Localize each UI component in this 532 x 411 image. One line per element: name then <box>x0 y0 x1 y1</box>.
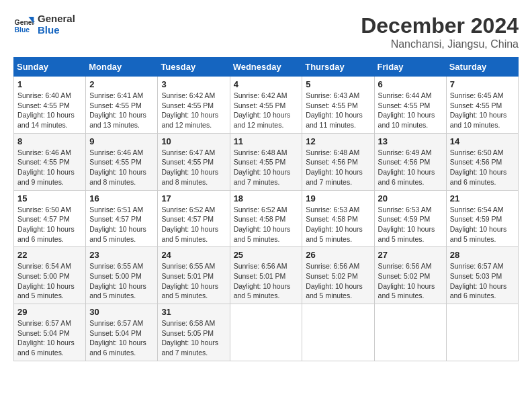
day-info: Sunrise: 6:57 AMSunset: 5:04 PMDaylight:… <box>17 318 82 358</box>
calendar-cell: 28Sunrise: 6:57 AMSunset: 5:03 PMDayligh… <box>446 247 518 304</box>
day-number: 4 <box>234 79 299 89</box>
calendar-cell: 1Sunrise: 6:40 AMSunset: 4:55 PMDaylight… <box>14 77 86 134</box>
day-info: Sunrise: 6:45 AMSunset: 4:55 PMDaylight:… <box>450 91 515 130</box>
day-info: Sunrise: 6:50 AMSunset: 4:57 PMDaylight:… <box>17 205 82 244</box>
day-info: Sunrise: 6:52 AMSunset: 4:57 PMDaylight:… <box>161 205 226 244</box>
logo-line2: Blue <box>38 25 75 36</box>
day-number: 21 <box>450 193 515 203</box>
day-number: 30 <box>89 307 154 317</box>
day-number: 17 <box>161 193 226 203</box>
day-number: 8 <box>17 136 82 146</box>
calendar-week-row: 15Sunrise: 6:50 AMSunset: 4:57 PMDayligh… <box>14 190 519 247</box>
calendar-cell: 12Sunrise: 6:48 AMSunset: 4:56 PMDayligh… <box>302 133 374 190</box>
day-info: Sunrise: 6:42 AMSunset: 4:55 PMDaylight:… <box>161 91 226 130</box>
day-number: 2 <box>89 79 154 89</box>
day-number: 31 <box>161 307 226 317</box>
day-number: 1 <box>17 79 82 89</box>
calendar-cell <box>374 304 446 361</box>
page-header: General Blue General Blue December 2024 … <box>13 13 519 50</box>
day-info: Sunrise: 6:48 AMSunset: 4:56 PMDaylight:… <box>306 148 370 187</box>
calendar-cell: 17Sunrise: 6:52 AMSunset: 4:57 PMDayligh… <box>158 190 230 247</box>
calendar-cell: 30Sunrise: 6:57 AMSunset: 5:04 PMDayligh… <box>86 304 158 361</box>
day-info: Sunrise: 6:55 AMSunset: 5:01 PMDaylight:… <box>161 261 226 301</box>
calendar-cell: 11Sunrise: 6:48 AMSunset: 4:55 PMDayligh… <box>230 133 302 190</box>
calendar-cell: 6Sunrise: 6:44 AMSunset: 4:55 PMDaylight… <box>374 77 446 134</box>
calendar-header-row: SundayMondayTuesdayWednesdayThursdayFrid… <box>14 58 519 77</box>
calendar-cell: 27Sunrise: 6:56 AMSunset: 5:02 PMDayligh… <box>374 247 446 304</box>
day-number: 5 <box>306 79 370 89</box>
day-number: 23 <box>89 250 154 260</box>
calendar-cell: 25Sunrise: 6:56 AMSunset: 5:01 PMDayligh… <box>230 247 302 304</box>
calendar-week-row: 8Sunrise: 6:46 AMSunset: 4:55 PMDaylight… <box>14 133 519 190</box>
calendar-cell: 29Sunrise: 6:57 AMSunset: 5:04 PMDayligh… <box>14 304 86 361</box>
day-header-monday: Monday <box>86 58 158 77</box>
calendar-cell: 24Sunrise: 6:55 AMSunset: 5:01 PMDayligh… <box>158 247 230 304</box>
svg-text:Blue: Blue <box>15 26 30 34</box>
day-number: 11 <box>234 136 299 146</box>
day-header-wednesday: Wednesday <box>230 58 302 77</box>
calendar-table: SundayMondayTuesdayWednesdayThursdayFrid… <box>13 57 519 361</box>
calendar-cell: 31Sunrise: 6:58 AMSunset: 5:05 PMDayligh… <box>158 304 230 361</box>
calendar-cell: 16Sunrise: 6:51 AMSunset: 4:57 PMDayligh… <box>86 190 158 247</box>
day-info: Sunrise: 6:43 AMSunset: 4:55 PMDaylight:… <box>306 91 370 130</box>
day-info: Sunrise: 6:47 AMSunset: 4:55 PMDaylight:… <box>161 148 226 187</box>
day-info: Sunrise: 6:56 AMSunset: 5:02 PMDaylight:… <box>306 261 370 301</box>
calendar-cell: 10Sunrise: 6:47 AMSunset: 4:55 PMDayligh… <box>158 133 230 190</box>
day-info: Sunrise: 6:52 AMSunset: 4:58 PMDaylight:… <box>234 205 299 244</box>
day-number: 6 <box>378 79 443 89</box>
location: Nanchansi, Jiangsu, China <box>361 38 519 50</box>
calendar-week-row: 22Sunrise: 6:54 AMSunset: 5:00 PMDayligh… <box>14 247 519 304</box>
day-number: 14 <box>450 136 515 146</box>
calendar-cell: 22Sunrise: 6:54 AMSunset: 5:00 PMDayligh… <box>14 247 86 304</box>
calendar-cell <box>230 304 302 361</box>
calendar-cell <box>446 304 518 361</box>
calendar-cell: 23Sunrise: 6:55 AMSunset: 5:00 PMDayligh… <box>86 247 158 304</box>
calendar-week-row: 1Sunrise: 6:40 AMSunset: 4:55 PMDaylight… <box>14 77 519 134</box>
calendar-week-row: 29Sunrise: 6:57 AMSunset: 5:04 PMDayligh… <box>14 304 519 361</box>
day-number: 16 <box>89 193 154 203</box>
calendar-cell: 21Sunrise: 6:54 AMSunset: 4:59 PMDayligh… <box>446 190 518 247</box>
day-number: 26 <box>306 250 370 260</box>
day-number: 10 <box>161 136 226 146</box>
calendar-cell: 9Sunrise: 6:46 AMSunset: 4:55 PMDaylight… <box>86 133 158 190</box>
day-number: 9 <box>89 136 154 146</box>
logo: General Blue General Blue <box>13 13 75 36</box>
day-number: 3 <box>161 79 226 89</box>
day-info: Sunrise: 6:40 AMSunset: 4:55 PMDaylight:… <box>17 91 82 130</box>
day-number: 25 <box>234 250 299 260</box>
day-number: 13 <box>378 136 443 146</box>
calendar-cell: 20Sunrise: 6:53 AMSunset: 4:59 PMDayligh… <box>374 190 446 247</box>
day-info: Sunrise: 6:55 AMSunset: 5:00 PMDaylight:… <box>89 261 154 301</box>
day-info: Sunrise: 6:54 AMSunset: 4:59 PMDaylight:… <box>450 205 515 244</box>
title-block: December 2024 Nanchansi, Jiangsu, China <box>361 13 519 50</box>
calendar-cell: 26Sunrise: 6:56 AMSunset: 5:02 PMDayligh… <box>302 247 374 304</box>
day-header-sunday: Sunday <box>14 58 86 77</box>
day-info: Sunrise: 6:46 AMSunset: 4:55 PMDaylight:… <box>89 148 154 187</box>
day-header-tuesday: Tuesday <box>158 58 230 77</box>
logo-icon: General Blue <box>13 14 35 36</box>
month-title: December 2024 <box>361 13 519 38</box>
day-number: 12 <box>306 136 370 146</box>
day-number: 24 <box>161 250 226 260</box>
day-info: Sunrise: 6:53 AMSunset: 4:58 PMDaylight:… <box>306 205 370 244</box>
day-info: Sunrise: 6:41 AMSunset: 4:55 PMDaylight:… <box>89 91 154 130</box>
day-number: 28 <box>450 250 515 260</box>
day-header-saturday: Saturday <box>446 58 518 77</box>
day-number: 20 <box>378 193 443 203</box>
day-number: 18 <box>234 193 299 203</box>
day-number: 19 <box>306 193 370 203</box>
calendar-cell: 3Sunrise: 6:42 AMSunset: 4:55 PMDaylight… <box>158 77 230 134</box>
day-info: Sunrise: 6:54 AMSunset: 5:00 PMDaylight:… <box>17 261 82 301</box>
day-info: Sunrise: 6:48 AMSunset: 4:55 PMDaylight:… <box>234 148 299 187</box>
day-info: Sunrise: 6:51 AMSunset: 4:57 PMDaylight:… <box>89 205 154 244</box>
calendar-cell: 2Sunrise: 6:41 AMSunset: 4:55 PMDaylight… <box>86 77 158 134</box>
calendar-cell: 7Sunrise: 6:45 AMSunset: 4:55 PMDaylight… <box>446 77 518 134</box>
day-number: 29 <box>17 307 82 317</box>
day-number: 15 <box>17 193 82 203</box>
calendar-cell: 14Sunrise: 6:50 AMSunset: 4:56 PMDayligh… <box>446 133 518 190</box>
day-info: Sunrise: 6:58 AMSunset: 5:05 PMDaylight:… <box>161 318 226 358</box>
day-info: Sunrise: 6:50 AMSunset: 4:56 PMDaylight:… <box>450 148 515 187</box>
calendar-cell: 8Sunrise: 6:46 AMSunset: 4:55 PMDaylight… <box>14 133 86 190</box>
calendar-cell <box>302 304 374 361</box>
day-info: Sunrise: 6:56 AMSunset: 5:02 PMDaylight:… <box>378 261 443 301</box>
